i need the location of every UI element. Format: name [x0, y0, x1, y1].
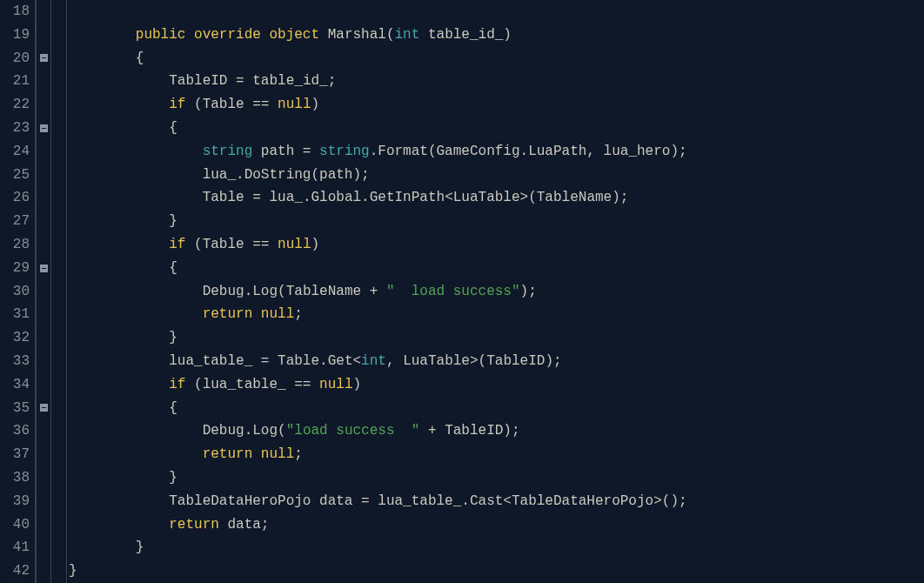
code-line-42[interactable]: }: [69, 560, 924, 583]
code-line-26[interactable]: Table = lua_.Global.GetInPath<LuaTable>(…: [69, 186, 924, 210]
line-number[interactable]: 27: [2, 210, 30, 233]
fold-cell: [37, 419, 50, 443]
fold-cell: [37, 70, 50, 93]
code-line-37[interactable]: return null;: [69, 443, 924, 466]
fold-cell: [37, 210, 50, 233]
line-number[interactable]: 35: [2, 397, 30, 420]
code-line-33[interactable]: lua_table_ = Table.Get<int, LuaTable>(Ta…: [69, 350, 924, 373]
fold-cell: [37, 443, 50, 466]
code-line-34[interactable]: if (lua_table_ == null): [69, 373, 924, 397]
code-line-18[interactable]: [69, 0, 924, 23]
line-number[interactable]: 22: [2, 93, 30, 117]
fold-cell: [37, 560, 50, 583]
line-number[interactable]: 37: [2, 443, 30, 466]
line-number[interactable]: 23: [2, 117, 30, 140]
line-number[interactable]: 32: [2, 326, 30, 350]
fold-cell: [37, 23, 50, 47]
line-number[interactable]: 42: [2, 560, 30, 583]
code-line-38[interactable]: }: [69, 466, 924, 490]
line-number[interactable]: 20: [2, 47, 30, 70]
code-line-21[interactable]: TableID = table_id_;: [69, 70, 924, 93]
code-line-19[interactable]: public override object Marshal(int table…: [69, 23, 924, 47]
line-number[interactable]: 40: [2, 513, 30, 537]
code-line-22[interactable]: if (Table == null): [69, 93, 924, 117]
line-number[interactable]: 18: [2, 0, 30, 23]
code-line-32[interactable]: }: [69, 326, 924, 350]
fold-cell: [37, 536, 50, 560]
fold-cell: [37, 140, 50, 164]
fold-cell: [37, 513, 50, 537]
line-number[interactable]: 25: [2, 164, 30, 187]
fold-collapse-icon[interactable]: [40, 54, 48, 62]
code-line-39[interactable]: TableDataHeroPojo data = lua_table_.Cast…: [69, 490, 924, 513]
fold-cell[interactable]: [37, 257, 50, 280]
code-line-25[interactable]: lua_.DoString(path);: [69, 164, 924, 187]
code-line-28[interactable]: if (Table == null): [69, 233, 924, 257]
line-number[interactable]: 39: [2, 490, 30, 513]
line-number[interactable]: 34: [2, 373, 30, 397]
fold-collapse-icon[interactable]: [40, 404, 48, 412]
code-line-29[interactable]: {: [69, 257, 924, 280]
code-line-27[interactable]: }: [69, 210, 924, 233]
fold-column: [36, 0, 51, 583]
code-line-24[interactable]: string path = string.Format(GameConfig.L…: [69, 140, 924, 164]
fold-cell: [37, 186, 50, 210]
line-number[interactable]: 28: [2, 233, 30, 257]
line-number[interactable]: 30: [2, 280, 30, 304]
code-line-20[interactable]: {: [69, 47, 924, 70]
line-number[interactable]: 26: [2, 186, 30, 210]
line-number[interactable]: 31: [2, 303, 30, 326]
code-area[interactable]: public override object Marshal(int table…: [67, 0, 924, 583]
fold-cell: [37, 490, 50, 513]
fold-cell: [37, 93, 50, 117]
code-line-35[interactable]: {: [69, 397, 924, 420]
line-number[interactable]: 41: [2, 536, 30, 560]
fold-cell: [37, 326, 50, 350]
line-number[interactable]: 21: [2, 70, 30, 93]
fold-cell[interactable]: [37, 117, 50, 140]
code-line-23[interactable]: {: [69, 117, 924, 140]
code-line-31[interactable]: return null;: [69, 303, 924, 326]
fold-cell: [37, 373, 50, 397]
fold-collapse-icon[interactable]: [40, 265, 48, 272]
fold-cell: [37, 350, 50, 373]
fold-cell: [37, 303, 50, 326]
line-number[interactable]: 36: [2, 419, 30, 443]
fold-cell[interactable]: [37, 47, 50, 70]
line-number[interactable]: 29: [2, 257, 30, 280]
code-line-40[interactable]: return data;: [69, 513, 924, 537]
fold-cell[interactable]: [37, 397, 50, 420]
fold-cell: [37, 164, 50, 187]
line-number[interactable]: 33: [2, 350, 30, 373]
fold-cell: [37, 466, 50, 490]
fold-cell: [37, 280, 50, 304]
line-number-column: 18 19 20 21 22 23 24 25 26 27 28 29 30 3…: [0, 0, 35, 583]
code-line-41[interactable]: }: [69, 536, 924, 560]
line-number[interactable]: 19: [2, 23, 30, 47]
fold-cell: [37, 0, 50, 23]
fold-collapse-icon[interactable]: [40, 124, 48, 132]
margin-column: [51, 0, 67, 583]
code-line-30[interactable]: Debug.Log(TableName + " load success");: [69, 280, 924, 304]
fold-cell: [37, 233, 50, 257]
line-number[interactable]: 24: [2, 140, 30, 164]
line-number[interactable]: 38: [2, 466, 30, 490]
editor-gutter: 18 19 20 21 22 23 24 25 26 27 28 29 30 3…: [0, 0, 36, 583]
code-line-36[interactable]: Debug.Log("load success " + TableID);: [69, 419, 924, 443]
